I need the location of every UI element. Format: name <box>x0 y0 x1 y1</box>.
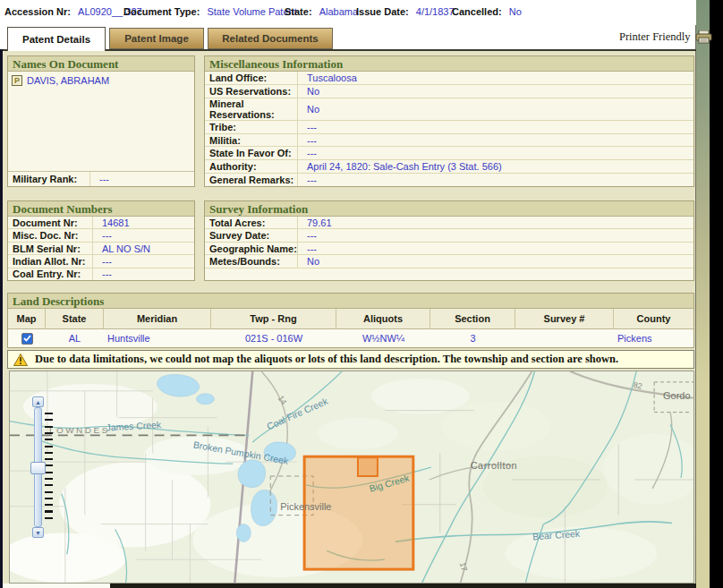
patentee-entry: P DAVIS, ABRAHAM <box>12 75 191 86</box>
militia-row: Militia: --- <box>205 134 693 148</box>
accession-label: Accession Nr: <box>4 6 71 17</box>
check-icon <box>23 335 31 342</box>
map-zoom-in-button[interactable]: ▲ <box>32 396 44 407</box>
column-header-twp-rng: Twp - Rng <box>211 309 336 328</box>
glo-patent-details-page: Accession Nr: AL0920__.327 Document Type… <box>0 0 723 588</box>
coal-entry-nr-value: --- <box>93 268 112 279</box>
us-reservations-label: US Reservations: <box>205 85 298 98</box>
land-office-value: Tuscaloosa <box>298 72 357 83</box>
mineral-reservations-row: Mineral Reservations: No <box>205 98 693 121</box>
tribe-label: Tribe: <box>205 121 298 133</box>
authority-row: Authority: April 24, 1820: Sale-Cash Ent… <box>205 160 693 174</box>
document-summary-bar: Accession Nr: AL0920__.327 Document Type… <box>0 0 696 25</box>
cell-section: 3 <box>430 329 515 347</box>
state-label: State: <box>285 6 312 17</box>
tribe-row: Tribe: --- <box>205 121 693 134</box>
content-right-border <box>695 0 696 588</box>
document-nr-row: Document Nr: 14681 <box>8 217 194 229</box>
geographic-name-label: Geographic Name: <box>205 243 298 254</box>
metes-bounds-label: Metes/Bounds: <box>205 255 298 267</box>
patentee-badge-icon: P <box>12 75 22 86</box>
basemap-canvas: LOWNDES James Creek Broken Pumpkin Creek… <box>10 371 693 583</box>
column-header-meridian: Meridian <box>104 309 211 328</box>
state-value: Alabama <box>319 6 358 17</box>
land-descriptions-header-row: Map State Meridian Twp - Rng Aliquots Se… <box>8 309 693 329</box>
content-left-border <box>0 49 3 588</box>
us-reservations-value: No <box>298 86 319 97</box>
cell-twp-rng: 021S - 016W <box>211 329 336 347</box>
map-label-county: LOWNDES <box>49 425 110 435</box>
names-on-document-title: Names On Document <box>8 56 194 72</box>
state-field: State: Alabama <box>285 6 358 17</box>
cell-state: AL <box>46 329 104 347</box>
indian-allot-nr-label: Indian Allot. Nr: <box>8 255 93 267</box>
mineral-reservations-value: No <box>298 104 319 115</box>
metes-bounds-value: No <box>298 256 319 267</box>
tab-patent-details[interactable]: Patent Details <box>7 27 106 51</box>
page-background-strip <box>696 0 710 588</box>
column-header-county: County <box>614 309 693 328</box>
general-remarks-row: General Remarks: --- <box>205 174 693 186</box>
map-label-carrollton: Carrollton <box>471 460 517 471</box>
misc-doc-nr-value: --- <box>93 230 112 241</box>
document-type-field: Document Type: State Volume Patent <box>123 6 297 17</box>
issue-date-label: Issue Date: <box>356 6 409 17</box>
map-zoom-slider-handle[interactable] <box>30 462 46 474</box>
map-zoom-tick-marks <box>45 413 53 524</box>
blm-serial-nr-row: BLM Serial Nr: AL NO S/N <box>8 243 194 255</box>
issue-date-field: Issue Date: 4/1/1837 <box>356 6 455 17</box>
state-in-favor-label: State In Favor Of: <box>205 147 298 159</box>
cell-county-link[interactable]: Pickens <box>614 329 693 347</box>
zoom-in-arrow-icon: ▲ <box>35 399 41 405</box>
column-header-section: Section <box>430 309 515 328</box>
general-remarks-value: --- <box>298 175 317 185</box>
general-remarks-label: General Remarks: <box>205 174 298 186</box>
indian-allot-nr-row: Indian Allot. Nr: --- <box>8 255 194 268</box>
printer-friendly-button[interactable]: Printer Friendly <box>619 30 712 44</box>
document-nr-label: Document Nr: <box>8 217 93 228</box>
misc-doc-nr-label: Misc. Doc. Nr: <box>8 229 93 241</box>
bottom-footer-strip <box>110 584 696 588</box>
accession-field: Accession Nr: AL0920__.327 <box>4 6 142 17</box>
indian-allot-nr-value: --- <box>93 256 112 267</box>
misc-doc-nr-row: Misc. Doc. Nr: --- <box>8 229 194 242</box>
us-reservations-row: US Reservations: No <box>205 85 693 98</box>
printer-icon <box>695 30 712 44</box>
map-checkbox[interactable] <box>21 333 33 345</box>
authority-label: Authority: <box>205 160 298 173</box>
tab-related-documents[interactable]: Related Documents <box>208 28 333 49</box>
map-zoom-out-button[interactable]: ▼ <box>32 527 44 538</box>
cancelled-label: Cancelled: <box>452 6 502 17</box>
cell-survey <box>515 329 614 347</box>
map-limitation-warning: Due to data limitations, we could not ma… <box>7 350 694 369</box>
patentee-list: P DAVIS, ABRAHAM <box>8 72 194 171</box>
survey-date-row: Survey Date: --- <box>205 229 693 242</box>
cancelled-value: No <box>509 6 522 17</box>
miscellaneous-information-title: Miscellaneous Information <box>205 56 693 72</box>
column-header-map: Map <box>8 309 46 328</box>
geographic-name-row: Geographic Name: --- <box>205 243 693 255</box>
cancelled-field: Cancelled: No <box>452 6 522 17</box>
tab-patent-image[interactable]: Patent Image <box>109 28 204 49</box>
patentee-name-link[interactable]: DAVIS, ABRAHAM <box>27 75 109 86</box>
blm-serial-nr-label: BLM Serial Nr: <box>8 243 93 254</box>
issue-date-value: 4/1/1837 <box>416 6 455 17</box>
document-numbers-section: Document Numbers Document Nr: 14681 Misc… <box>7 200 195 281</box>
coal-entry-nr-label: Coal Entry. Nr: <box>8 268 93 280</box>
section-highlight[interactable] <box>358 457 378 476</box>
bottom-left-strip <box>3 584 110 588</box>
total-acres-row: Total Acres: 79.61 <box>205 217 693 229</box>
tribe-value: --- <box>298 122 317 132</box>
map-label-gordo: Gordo <box>663 390 690 401</box>
document-nr-value: 14681 <box>93 217 130 228</box>
land-descriptions-title: Land Descriptions <box>8 294 693 309</box>
survey-information-title: Survey Information <box>205 201 693 217</box>
cell-meridian-link[interactable]: Huntsville <box>104 329 211 347</box>
document-type-value: State Volume Patent <box>207 6 296 17</box>
document-numbers-title: Document Numbers <box>8 201 194 217</box>
state-in-favor-value: --- <box>298 148 317 158</box>
geographic-name-value: --- <box>298 243 317 254</box>
document-type-label: Document Type: <box>123 6 200 17</box>
authority-value: April 24, 1820: Sale-Cash Entry (3 Stat.… <box>298 161 502 172</box>
land-description-map[interactable]: LOWNDES James Creek Broken Pumpkin Creek… <box>9 371 694 584</box>
